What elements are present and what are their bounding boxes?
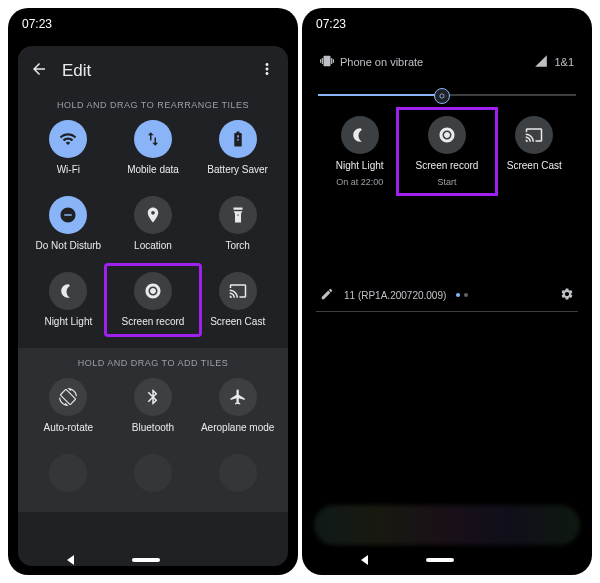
qs-footer: 11 (RP1A.200720.009) <box>316 287 578 312</box>
hint-add: HOLD AND DRAG TO ADD TILES <box>18 354 288 378</box>
tile-label: Do Not Disturb <box>36 240 102 252</box>
airplane-icon <box>219 378 257 416</box>
tile-wifi[interactable]: Wi-Fi <box>26 120 111 176</box>
build-label: 11 (RP1A.200720.009) <box>344 290 446 301</box>
brightness-fill <box>318 94 442 96</box>
clock: 07:23 <box>316 17 578 31</box>
tile-screen-cast[interactable]: Screen Cast <box>195 272 280 328</box>
moon-icon <box>49 272 87 310</box>
vibrate-icon <box>320 54 334 70</box>
tile-label: Screen Cast <box>210 316 265 328</box>
tile-label: Bluetooth <box>132 422 174 434</box>
extra-icon <box>219 454 257 492</box>
status-bar: 07:23 <box>8 8 298 36</box>
qs-sublabel: On at 22:00 <box>336 177 383 187</box>
torch-icon <box>219 196 257 234</box>
record-icon <box>134 272 172 310</box>
hint-rearrange: HOLD AND DRAG TO REARRANGE TILES <box>18 96 288 120</box>
extra-icon <box>49 454 87 492</box>
tile-label: Screen record <box>122 316 185 328</box>
record-icon <box>428 116 466 154</box>
signal-label: 1&1 <box>554 56 574 68</box>
qs-top-status: Phone on vibrate 1&1 <box>316 44 578 80</box>
tile-label: Aeroplane mode <box>201 422 274 434</box>
tile-label: Torch <box>225 240 249 252</box>
nav-bar <box>8 545 298 575</box>
edit-header: Edit <box>18 46 288 96</box>
tile-label: Mobile data <box>127 164 179 176</box>
tile-label: Night Light <box>44 316 92 328</box>
tile-night-light[interactable]: Night Light <box>26 272 111 328</box>
qs-label: Night Light <box>336 160 384 171</box>
tile-label: Wi-Fi <box>57 164 80 176</box>
clock: 07:23 <box>22 17 284 31</box>
tile-label: Auto-rotate <box>44 422 93 434</box>
tile-auto-rotate[interactable]: Auto-rotate <box>26 378 111 434</box>
back-icon[interactable] <box>30 60 48 82</box>
tile-bluetooth[interactable]: Bluetooth <box>111 378 196 434</box>
brightness-thumb-icon[interactable] <box>434 88 450 104</box>
tile-label: Location <box>134 240 172 252</box>
swap-icon <box>134 120 172 158</box>
tile-label: Battery Saver <box>207 164 268 176</box>
status-bar: 07:23 <box>302 8 592 36</box>
gear-icon[interactable] <box>560 287 574 303</box>
qs-tile-night-light[interactable]: Night Light On at 22:00 <box>316 116 403 187</box>
location-icon <box>134 196 172 234</box>
brightness-slider[interactable] <box>318 94 576 96</box>
tile-location[interactable]: Location <box>111 196 196 252</box>
tile-extra-3[interactable] <box>195 454 280 492</box>
qs-sublabel: Start <box>437 177 456 187</box>
tile-mobile-data[interactable]: Mobile data <box>111 120 196 176</box>
nav-back-icon[interactable] <box>361 555 368 565</box>
qs-tile-screen-record[interactable]: Screen record Start <box>396 107 497 196</box>
wifi-icon <box>49 120 87 158</box>
phone-right-quicksettings: 07:23 Phone on vibrate 1&1 <box>302 8 592 575</box>
tile-torch[interactable]: Torch <box>195 196 280 252</box>
qs-tile-screen-cast[interactable]: Screen Cast <box>491 116 578 187</box>
dnd-icon <box>49 196 87 234</box>
quick-settings-panel: Phone on vibrate 1&1 Night Light On at 2… <box>302 36 592 320</box>
tile-aeroplane[interactable]: Aeroplane mode <box>195 378 280 434</box>
nav-home-icon[interactable] <box>426 558 454 562</box>
moon-icon <box>341 116 379 154</box>
page-title: Edit <box>62 61 244 81</box>
tile-dnd[interactable]: Do Not Disturb <box>26 196 111 252</box>
add-section: HOLD AND DRAG TO ADD TILES Auto-rotate B… <box>18 348 288 512</box>
qs-label: Screen record <box>416 160 479 171</box>
nav-back-icon[interactable] <box>67 555 74 565</box>
dot-active <box>456 293 460 297</box>
dot <box>464 293 468 297</box>
more-icon[interactable] <box>258 60 276 82</box>
qs-label: Screen Cast <box>507 160 562 171</box>
tile-extra-1[interactable] <box>26 454 111 492</box>
cast-icon <box>515 116 553 154</box>
tile-screen-record[interactable]: Screen record <box>104 263 203 337</box>
tile-grid-active: Wi-Fi Mobile data Battery Saver Do Not D… <box>18 120 288 328</box>
bluetooth-icon <box>134 378 172 416</box>
battery-icon <box>219 120 257 158</box>
edit-panel: Edit HOLD AND DRAG TO REARRANGE TILES Wi… <box>18 46 288 566</box>
nav-home-icon[interactable] <box>132 558 160 562</box>
rotate-icon <box>49 378 87 416</box>
tile-grid-inactive: Auto-rotate Bluetooth Aeroplane mode <box>18 378 288 492</box>
qs-tile-grid: Night Light On at 22:00 Screen record St… <box>316 116 578 187</box>
extra-icon <box>134 454 172 492</box>
edit-icon[interactable] <box>320 287 334 303</box>
tile-battery-saver[interactable]: Battery Saver <box>195 120 280 176</box>
tile-extra-2[interactable] <box>111 454 196 492</box>
nav-bar <box>302 545 592 575</box>
phone-left-edit: 07:23 Edit HOLD AND DRAG TO REARRANGE TI… <box>8 8 298 575</box>
phone-status-label: Phone on vibrate <box>340 56 423 68</box>
cast-icon <box>219 272 257 310</box>
signal-icon <box>534 54 548 70</box>
page-indicator <box>456 293 468 297</box>
background-glow <box>314 505 580 545</box>
